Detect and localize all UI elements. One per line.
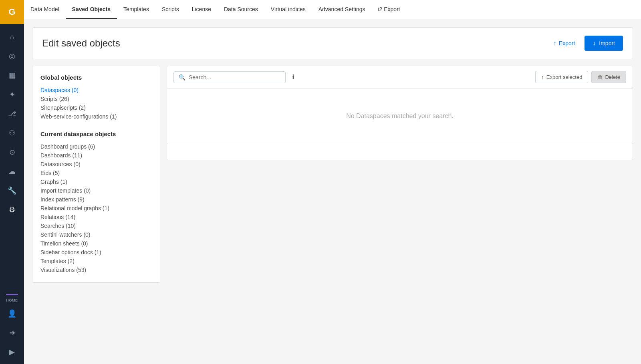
history-icon[interactable]: ⊙ xyxy=(3,143,21,161)
nav-scripts[interactable]: Scripts xyxy=(155,0,185,19)
cloud-icon[interactable]: ☁ xyxy=(3,163,21,180)
searches-item[interactable]: Searches (10) xyxy=(40,221,152,230)
datasources-item[interactable]: Datasources (0) xyxy=(40,160,152,169)
sidebar-options-item[interactable]: Sidebar options docs (1) xyxy=(40,248,152,257)
play-icon[interactable]: ▶ xyxy=(3,343,21,361)
users-icon[interactable]: ⚇ xyxy=(3,124,21,142)
search-bar-area: 🔍 ℹ ↑ Export selected 🗑 Delete xyxy=(167,66,633,88)
sirenapiscripts-item[interactable]: Sirenapiscripts (2) xyxy=(40,103,152,112)
web-service-item[interactable]: Web-service-configurations (1) xyxy=(40,112,152,121)
page-content: Edit saved objects ↑ Export ↓ Import Glo… xyxy=(24,19,641,364)
network-icon[interactable]: ⎇ xyxy=(3,105,21,123)
header-actions: ↑ Export ↓ Import xyxy=(548,36,623,51)
sentinl-watchers-item[interactable]: Sentinl-watchers (0) xyxy=(40,230,152,239)
graphs-item[interactable]: Graphs (1) xyxy=(40,177,152,186)
user-icon[interactable]: 👤 xyxy=(3,305,21,322)
home-icon[interactable]: ⌂ xyxy=(3,28,21,46)
export-button[interactable]: ↑ Export xyxy=(548,36,580,50)
timelion-sheets-item[interactable]: Timelion sheets (0) xyxy=(40,239,152,248)
search-input[interactable] xyxy=(189,74,280,80)
left-column: Global objects Dataspaces (0) Scripts (2… xyxy=(32,66,160,283)
import-templates-item[interactable]: Import templates (0) xyxy=(40,186,152,195)
visualizations-item[interactable]: Visualizations (53) xyxy=(40,265,152,274)
sidebar-bottom: HOME 👤 ➜ ▶ xyxy=(0,294,24,364)
settings-icon[interactable]: ⚙ xyxy=(3,201,21,219)
chart-icon[interactable]: ▦ xyxy=(3,66,21,84)
empty-state: No Dataspaces matched your search. xyxy=(167,88,633,144)
app-logo[interactable]: G xyxy=(0,0,24,24)
nav-data-model[interactable]: Data Model xyxy=(24,0,66,19)
export-selected-icon: ↑ xyxy=(541,74,544,80)
wrench-icon[interactable]: 🔧 xyxy=(3,182,21,199)
dashboard-groups-item[interactable]: Dashboard groups (6) xyxy=(40,142,152,151)
nav-templates[interactable]: Templates xyxy=(117,0,155,19)
search-icon: 🔍 xyxy=(179,74,185,80)
main-area: Data Model Saved Objects Templates Scrip… xyxy=(24,0,641,364)
shield-icon[interactable]: ✦ xyxy=(3,86,21,103)
compass-icon[interactable]: ◎ xyxy=(3,47,21,65)
index-patterns-item[interactable]: Index patterns (9) xyxy=(40,195,152,204)
nav-advanced-settings[interactable]: Advanced Settings xyxy=(312,0,372,19)
nav-i2-export[interactable]: i2 Export xyxy=(371,0,406,19)
upload-icon: ↑ xyxy=(553,40,556,47)
dataspaces-link[interactable]: Dataspaces (0) xyxy=(40,86,152,95)
home-bar xyxy=(6,294,18,295)
page-header: Edit saved objects ↑ Export ↓ Import xyxy=(32,27,633,59)
relations-item[interactable]: Relations (14) xyxy=(40,213,152,221)
empty-message: No Dataspaces matched your search. xyxy=(346,113,454,119)
home-label: HOME xyxy=(6,298,18,303)
eids-item[interactable]: Eids (5) xyxy=(40,169,152,177)
delete-button[interactable]: 🗑 Delete xyxy=(591,71,626,83)
delete-icon: 🗑 xyxy=(597,74,603,80)
sidebar-icons: ⌂ ◎ ▦ ✦ ⎇ ⚇ ⊙ ☁ 🔧 ⚙ xyxy=(0,24,24,294)
bottom-area xyxy=(167,144,633,160)
templates-item[interactable]: Templates (2) xyxy=(40,257,152,265)
action-buttons: ↑ Export selected 🗑 Delete xyxy=(535,71,626,83)
scripts-item[interactable]: Scripts (26) xyxy=(40,95,152,103)
sidebar: G ⌂ ◎ ▦ ✦ ⎇ ⚇ ⊙ ☁ 🔧 ⚙ HOME 👤 ➜ ▶ xyxy=(0,0,24,364)
current-dataspace-title: Current dataspace objects xyxy=(40,131,152,137)
nav-license[interactable]: License xyxy=(185,0,218,19)
download-icon: ↓ xyxy=(593,40,596,47)
nav-virtual-indices[interactable]: Virtual indices xyxy=(264,0,312,19)
export-selected-button[interactable]: ↑ Export selected xyxy=(535,71,588,83)
forward-icon[interactable]: ➜ xyxy=(3,324,21,342)
top-nav: Data Model Saved Objects Templates Scrip… xyxy=(24,0,641,19)
relational-model-graphs-item[interactable]: Relational model graphs (1) xyxy=(40,204,152,213)
two-column-layout: Global objects Dataspaces (0) Scripts (2… xyxy=(32,66,633,283)
info-icon[interactable]: ℹ xyxy=(292,73,294,81)
nav-data-sources[interactable]: Data Sources xyxy=(218,0,264,19)
dashboards-item[interactable]: Dashboards (11) xyxy=(40,151,152,160)
global-objects-title: Global objects xyxy=(40,74,152,81)
right-column: 🔍 ℹ ↑ Export selected 🗑 Delete xyxy=(167,66,633,283)
search-input-wrap: 🔍 xyxy=(173,71,286,83)
page-title: Edit saved objects xyxy=(42,38,120,49)
nav-saved-objects[interactable]: Saved Objects xyxy=(66,0,117,19)
import-button[interactable]: ↓ Import xyxy=(585,36,623,51)
